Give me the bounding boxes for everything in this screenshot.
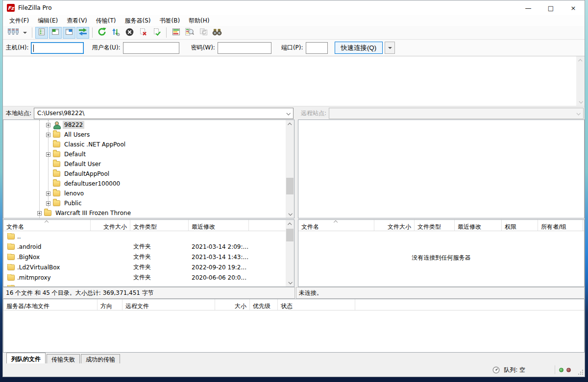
column-header[interactable]: 最近修改	[455, 220, 502, 231]
column-header[interactable]: 状态	[278, 299, 355, 310]
folder-icon	[53, 200, 60, 206]
toggle-message-log-button[interactable]	[35, 27, 48, 39]
find-files-button[interactable]	[211, 27, 223, 39]
tab-successful-transfers[interactable]: 成功的传输	[81, 354, 120, 363]
tree-item[interactable]: DefaultAppPool	[3, 169, 286, 179]
remote-pane: 远程站点: 文件名文件大小文件类型最近修改权限所有者/组没有连接到任何服务器	[298, 107, 585, 287]
remote-file-list: 文件名文件大小文件类型最近修改权限所有者/组没有连接到任何服务器	[298, 219, 585, 287]
status-led-green-icon	[559, 368, 564, 372]
tree-item[interactable]: defaultuser100000	[3, 179, 286, 189]
close-button[interactable]: ×	[562, 0, 585, 15]
column-header[interactable]: 文件大小	[374, 220, 415, 231]
toggle-remote-tree-button[interactable]	[63, 27, 75, 39]
tree-spacer	[46, 172, 50, 176]
password-label: 密码(W):	[191, 44, 215, 52]
file-cell	[3, 285, 91, 287]
tree-item[interactable]: Public	[3, 198, 286, 208]
local-pane: 本地站点: C:\Users\98222\ 98222All UsersClas…	[3, 107, 294, 287]
column-header[interactable]: 大小	[215, 299, 250, 310]
tree-item[interactable]: Classic .NET AppPool	[3, 140, 286, 149]
cancel-operation-button[interactable]	[123, 27, 136, 39]
expand-icon[interactable]	[46, 133, 50, 137]
expand-icon[interactable]	[46, 201, 50, 206]
disconnect-button[interactable]	[137, 27, 149, 39]
chevron-down-icon	[286, 111, 290, 115]
tree-item[interactable]: 98222	[3, 120, 286, 130]
column-header[interactable]: 文件名	[3, 220, 91, 231]
tree-item[interactable]: lenovo	[3, 189, 286, 198]
username-input[interactable]	[123, 42, 179, 54]
file-row[interactable]: .android文件夹2021-03-14 2:09:...	[3, 241, 286, 252]
port-label: 端口(P):	[281, 44, 303, 52]
tree-item[interactable]: Default User	[3, 159, 286, 169]
column-header[interactable]: 所有者/组	[538, 220, 583, 231]
menu-edit[interactable]: 编辑(E)	[33, 16, 62, 26]
synchronized-browsing-button[interactable]	[197, 27, 210, 39]
scrollbar-thumb[interactable]	[286, 178, 294, 194]
menu-bookmarks[interactable]: 书签(B)	[155, 16, 184, 26]
reconnect-button[interactable]	[150, 27, 163, 39]
file-row[interactable]: .BigNox文件夹2021-03-14 1:43:...	[3, 252, 286, 262]
directory-comparison-button[interactable]	[170, 27, 182, 39]
main-area: 本地站点: C:\Users\98222\ 98222All UsersClas…	[3, 107, 585, 287]
scrollbar-thumb[interactable]	[286, 229, 294, 241]
local-site-path: C:\Users\98222\	[37, 110, 84, 117]
local-site-combobox[interactable]: C:\Users\98222\	[34, 108, 294, 119]
site-manager-button[interactable]	[6, 27, 21, 39]
refresh-button[interactable]	[96, 27, 108, 39]
menu-file[interactable]: 文件(F)	[5, 16, 33, 26]
file-cell: 文件夹	[130, 263, 189, 271]
pane-splitter[interactable]	[294, 107, 298, 287]
resize-grip[interactable]	[578, 370, 583, 375]
port-input[interactable]	[306, 42, 328, 54]
password-input[interactable]	[218, 42, 271, 54]
menu-transfer[interactable]: 传输(T)	[92, 16, 121, 26]
queue-status-text: 队列: 空	[504, 366, 525, 374]
local-list-scrollbar[interactable]	[286, 220, 294, 286]
file-name: .mitmproxy	[17, 274, 51, 281]
tree-item[interactable]: All Users	[3, 130, 286, 140]
site-manager-dropdown-button[interactable]	[21, 27, 28, 39]
maximize-button[interactable]: □	[539, 0, 562, 15]
tree-item[interactable]: Default	[3, 149, 286, 159]
column-header[interactable]: 文件类型	[415, 220, 455, 231]
refresh-icon	[98, 27, 106, 38]
menu-help[interactable]: 帮助(H)	[184, 16, 214, 26]
host-input[interactable]	[31, 42, 84, 54]
process-queue-button[interactable]	[109, 27, 122, 39]
column-header[interactable]: 文件类型	[130, 220, 189, 231]
expand-icon[interactable]	[46, 191, 50, 196]
file-name: .android	[17, 243, 41, 250]
column-header[interactable]: 文件大小	[91, 220, 130, 231]
cancel-operation-icon	[125, 28, 134, 38]
file-row[interactable]: .mitmproxy文件夹2020-06-06 20:0...	[3, 272, 286, 283]
filename-filters-button[interactable]	[183, 27, 196, 39]
column-header[interactable]: 优先级	[250, 299, 278, 310]
file-row[interactable]	[3, 283, 286, 286]
quickconnect-dropdown-button[interactable]	[385, 42, 395, 54]
tab-failed-transfers[interactable]: 传输失败	[47, 354, 80, 363]
expand-icon[interactable]	[46, 152, 50, 157]
column-header[interactable]: 服务器/本地文件	[3, 299, 98, 310]
column-header[interactable]: 最近修改	[189, 220, 249, 231]
expand-icon[interactable]	[46, 123, 50, 127]
toggle-local-tree-button[interactable]	[49, 27, 62, 39]
quickconnect-button[interactable]: 快速连接(Q)	[335, 42, 383, 54]
file-row[interactable]: ..	[3, 231, 286, 241]
column-header-filler	[583, 220, 584, 231]
message-log-scrollbar[interactable]	[576, 56, 585, 106]
folder-icon	[53, 181, 60, 187]
tab-queued-files[interactable]: 列队的文件	[6, 353, 46, 363]
column-header[interactable]: 文件名	[298, 220, 374, 231]
column-header[interactable]: 权限	[502, 220, 538, 231]
file-row[interactable]: .Ld2VirtualBox文件夹2022-09-20 19:2...	[3, 262, 286, 272]
menu-server[interactable]: 服务器(S)	[121, 16, 155, 26]
tree-item[interactable]: Warcraft III Frozen Throne	[3, 208, 286, 218]
column-header[interactable]: 远程文件	[122, 299, 215, 310]
minimize-button[interactable]: —	[517, 0, 539, 15]
column-header[interactable]: 方向	[98, 299, 122, 310]
local-tree-scrollbar[interactable]	[286, 120, 294, 218]
expand-icon[interactable]	[37, 211, 42, 215]
toggle-transfer-queue-button[interactable]	[76, 27, 89, 39]
menu-view[interactable]: 查看(V)	[62, 16, 92, 26]
